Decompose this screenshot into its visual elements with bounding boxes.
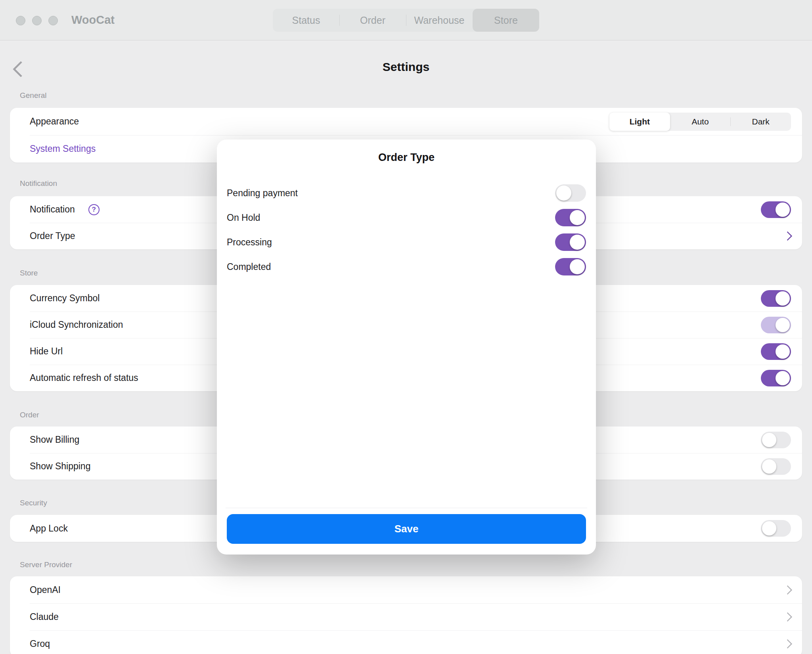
toggle-knob bbox=[762, 521, 776, 535]
processing-toggle[interactable] bbox=[555, 233, 586, 251]
toggle-knob bbox=[762, 459, 776, 474]
row-label: Processing bbox=[227, 237, 272, 248]
window-controls bbox=[16, 16, 58, 25]
auto-refresh-toggle[interactable] bbox=[761, 370, 791, 386]
row-claude[interactable]: Claude bbox=[10, 603, 802, 630]
notification-toggle[interactable] bbox=[761, 201, 791, 218]
toggle-knob bbox=[762, 433, 776, 447]
row-label: Show Billing bbox=[30, 434, 79, 445]
help-icon[interactable]: ? bbox=[88, 204, 100, 215]
title-bar: WooCat Status Order Warehouse Store bbox=[0, 0, 812, 40]
app-window: WooCat Status Order Warehouse Store Sett… bbox=[0, 0, 812, 654]
section-label-order: Order bbox=[20, 411, 39, 419]
row-label: On Hold bbox=[227, 212, 260, 223]
toggle-knob bbox=[776, 291, 790, 306]
segment-dark[interactable]: Dark bbox=[730, 113, 791, 131]
row-label: Notification bbox=[30, 204, 75, 215]
tab-warehouse[interactable]: Warehouse bbox=[406, 9, 473, 32]
tab-status[interactable]: Status bbox=[273, 9, 339, 32]
row-label: Groq bbox=[30, 639, 50, 649]
row-label: iCloud Synchronization bbox=[30, 319, 123, 330]
page-title: Settings bbox=[0, 60, 812, 74]
row-appearance: Appearance Light Auto Dark bbox=[10, 108, 802, 135]
pending-payment-toggle[interactable] bbox=[555, 184, 586, 202]
on-hold-toggle[interactable] bbox=[555, 209, 586, 226]
section-label-server-provider: Server Provider bbox=[20, 560, 72, 569]
row-label: OpenAI bbox=[30, 585, 61, 595]
toggle-knob bbox=[776, 318, 790, 332]
toggle-knob bbox=[570, 210, 585, 225]
tab-order[interactable]: Order bbox=[339, 9, 406, 32]
row-label: Currency Symbol bbox=[30, 293, 100, 304]
minimize-window-icon[interactable] bbox=[32, 16, 42, 25]
toggle-knob bbox=[570, 259, 585, 274]
modal-row-pending-payment: Pending payment bbox=[227, 181, 586, 205]
show-billing-toggle[interactable] bbox=[761, 432, 791, 448]
row-label: Pending payment bbox=[227, 188, 298, 199]
chevron-right-icon bbox=[783, 612, 792, 621]
order-type-modal: Order Type Pending payment On Hold Proce… bbox=[217, 140, 596, 555]
section-label-store: Store bbox=[20, 269, 38, 277]
modal-row-completed: Completed bbox=[227, 254, 586, 279]
row-label: Automatic refresh of status bbox=[30, 373, 138, 383]
modal-row-processing: Processing bbox=[227, 230, 586, 254]
row-openai[interactable]: OpenAI bbox=[10, 576, 802, 603]
appearance-segmented-control: Light Auto Dark bbox=[609, 113, 791, 131]
zoom-window-icon[interactable] bbox=[48, 16, 58, 25]
top-tab-bar: Status Order Warehouse Store bbox=[273, 9, 539, 32]
modal-divider bbox=[226, 508, 587, 508]
section-label-security: Security bbox=[20, 499, 47, 507]
chevron-right-icon bbox=[783, 231, 792, 241]
section-label-general: General bbox=[20, 91, 47, 100]
save-button[interactable]: Save bbox=[227, 514, 586, 544]
row-label: Claude bbox=[30, 612, 59, 622]
chevron-right-icon bbox=[783, 585, 792, 595]
toggle-knob bbox=[556, 185, 571, 201]
row-groq[interactable]: Groq bbox=[10, 630, 802, 654]
currency-symbol-toggle[interactable] bbox=[761, 290, 791, 307]
section-label-notification: Notification bbox=[20, 179, 57, 188]
tab-store[interactable]: Store bbox=[473, 9, 539, 32]
app-lock-toggle[interactable] bbox=[761, 520, 791, 537]
modal-title: Order Type bbox=[217, 151, 596, 164]
toggle-knob bbox=[776, 371, 790, 385]
icloud-sync-toggle[interactable] bbox=[761, 317, 791, 333]
row-label: Completed bbox=[227, 262, 271, 272]
row-label: Order Type bbox=[30, 231, 75, 241]
toggle-knob bbox=[776, 344, 790, 359]
toggle-knob bbox=[776, 203, 790, 217]
completed-toggle[interactable] bbox=[555, 258, 586, 275]
modal-row-on-hold: On Hold bbox=[227, 205, 586, 230]
row-label: Appearance bbox=[30, 116, 79, 127]
close-window-icon[interactable] bbox=[16, 16, 25, 25]
show-shipping-toggle[interactable] bbox=[761, 458, 791, 475]
hide-url-toggle[interactable] bbox=[761, 343, 791, 360]
row-label: App Lock bbox=[30, 523, 68, 534]
system-settings-link[interactable]: System Settings bbox=[30, 143, 96, 154]
modal-rows: Pending payment On Hold Processing Compl… bbox=[227, 181, 586, 279]
row-label: Show Shipping bbox=[30, 461, 90, 472]
chevron-right-icon bbox=[783, 639, 792, 648]
card-server-provider: OpenAI Claude Groq bbox=[10, 576, 802, 654]
row-label: Hide Url bbox=[30, 346, 63, 357]
app-title: WooCat bbox=[71, 0, 115, 40]
segment-light[interactable]: Light bbox=[609, 113, 670, 131]
segment-auto[interactable]: Auto bbox=[670, 113, 731, 131]
toggle-knob bbox=[570, 235, 585, 250]
